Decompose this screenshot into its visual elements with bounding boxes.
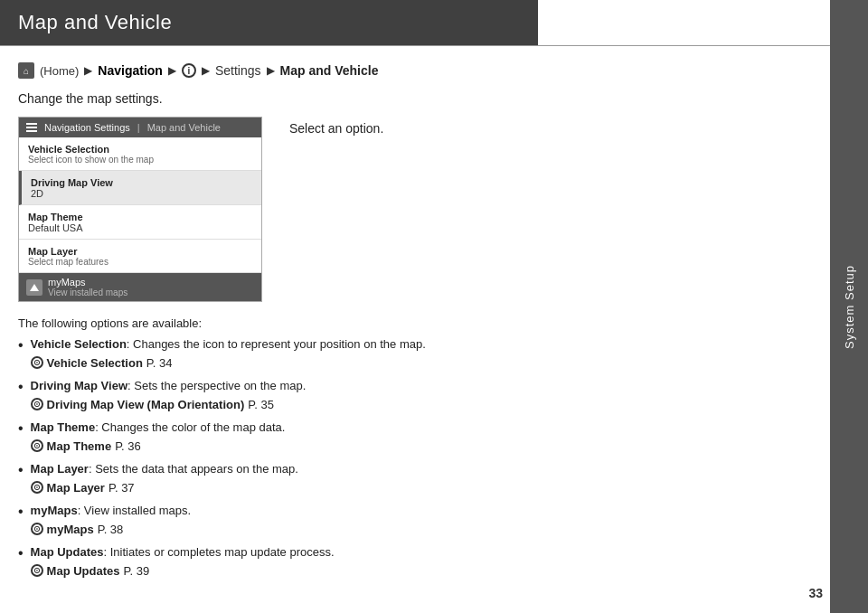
options-intro: The following options are available: — [18, 316, 814, 330]
bullet-item-map-layer: • Map Layer: Sets the data that appears … — [18, 460, 814, 496]
description-text: Change the map settings. — [18, 91, 814, 106]
ref-6: ⊙ Map Updates P. 39 — [31, 562, 814, 580]
desc-6: : Initiates or completes map update proc… — [104, 545, 335, 559]
desc-2: : Sets the perspective on the map. — [127, 379, 306, 392]
ref-text-5: myMaps — [47, 521, 94, 539]
ref-4: ⊙ Map Layer P. 37 — [31, 479, 814, 497]
ref-2: ⊙ Driving Map View (Map Orientation) P. … — [31, 396, 814, 414]
bullet-dot-6: • — [18, 544, 24, 561]
menu-item-3-title: Map Theme — [28, 212, 252, 222]
bullet-content-2: Driving Map View: Sets the perspective o… — [31, 377, 814, 413]
home-icon: ⌂ — [18, 62, 34, 79]
ref-5: ⊙ myMaps P. 38 — [31, 521, 814, 539]
ref-page-1: P. 34 — [146, 354, 173, 373]
bullet-content-6: Map Updates: Initiates or completes map … — [31, 543, 814, 580]
bullet-dot-1: • — [18, 336, 24, 354]
ref-icon-2: ⊙ — [31, 398, 43, 410]
ref-text-6: Map Updates — [47, 562, 120, 580]
breadcrumb-arrow-1: ▶ — [84, 64, 92, 77]
menu-item-1-title: Vehicle Selection — [28, 144, 252, 155]
select-option-text: Select an option. — [289, 117, 383, 136]
sidebar: System Setup — [830, 0, 868, 613]
nav-tab-inactive: Map and Vehicle — [147, 122, 221, 133]
menu-item-map-layer[interactable]: Map Layer Select map features — [19, 240, 261, 273]
breadcrumb-arrow-4: ▶ — [267, 64, 275, 77]
menu-item-1-sub: Select icon to show on the map — [28, 155, 252, 165]
ref-text-4: Map Layer — [47, 479, 105, 497]
nav-tab-active: Navigation Settings — [44, 122, 130, 133]
bullet-item-map-updates: • Map Updates: Initiates or completes ma… — [18, 543, 814, 580]
info-icon: i — [182, 63, 196, 78]
bullet-dot-2: • — [18, 378, 24, 395]
term-6: Map Updates — [31, 545, 104, 559]
term-1: Vehicle Selection — [31, 337, 127, 351]
menu-item-map-theme[interactable]: Map Theme Default USA — [19, 205, 261, 240]
ref-icon-3: ⊙ — [31, 439, 43, 452]
mymaps-icon — [26, 279, 42, 296]
desc-1: : Changes the icon to represent your pos… — [127, 337, 426, 351]
menu-item-2-value: 2D — [31, 188, 252, 199]
mymaps-title: myMaps — [48, 277, 127, 288]
bullet-item-vehicle-selection: • Vehicle Selection: Changes the icon to… — [18, 335, 814, 372]
nav-menu-title-bar: Navigation Settings | Map and Vehicle — [19, 118, 261, 137]
term-3: Map Theme — [31, 420, 96, 434]
term-5: myMaps — [31, 504, 78, 517]
ref-page-5: P. 38 — [98, 521, 124, 539]
menu-item-4-title: Map Layer — [28, 246, 252, 257]
page-number: 33 — [808, 586, 823, 600]
menu-icon — [26, 123, 37, 132]
ref-page-2: P. 35 — [248, 396, 274, 414]
ref-3: ⊙ Map Theme P. 36 — [31, 438, 814, 456]
bullet-dot-5: • — [18, 503, 24, 520]
ref-icon-1: ⊙ — [31, 356, 43, 369]
bullet-content-3: Map Theme: Changes the color of the map … — [31, 419, 814, 455]
term-4: Map Layer — [31, 462, 89, 476]
breadcrumb-settings: Settings — [215, 63, 261, 78]
desc-4: : Sets the data that appears on the map. — [89, 462, 298, 476]
bullet-dot-4: • — [18, 461, 24, 478]
breadcrumb: ⌂ (Home) ▶ Navigation ▶ i ▶ Settings ▶ M… — [18, 62, 814, 79]
bullet-item-driving-map-view: • Driving Map View: Sets the perspective… — [18, 377, 814, 413]
ref-text-3: Map Theme — [47, 438, 112, 456]
mymaps-labels: myMaps View installed maps — [48, 277, 127, 297]
term-2: Driving Map View — [31, 379, 127, 392]
main-content: ⌂ (Home) ▶ Navigation ▶ i ▶ Settings ▶ M… — [0, 46, 832, 603]
ref-page-3: P. 36 — [115, 438, 141, 456]
menu-item-vehicle-selection[interactable]: Vehicle Selection Select icon to show on… — [19, 137, 261, 171]
desc-3: : Changes the color of the map data. — [95, 420, 285, 434]
nav-menu-screenshot: Navigation Settings | Map and Vehicle Ve… — [18, 117, 262, 302]
breadcrumb-navigation: Navigation — [98, 63, 163, 78]
page-header: Map and Vehicle — [0, 0, 538, 45]
bullet-item-mymaps: • myMaps: View installed maps. ⊙ myMaps … — [18, 502, 814, 538]
mymaps-sub: View installed maps — [48, 288, 127, 297]
bullet-content-5: myMaps: View installed maps. ⊙ myMaps P.… — [31, 502, 814, 538]
ref-1: ⊙ Vehicle Selection P. 34 — [31, 354, 814, 373]
content-row: Navigation Settings | Map and Vehicle Ve… — [18, 117, 814, 302]
breadcrumb-arrow-3: ▶ — [202, 64, 210, 77]
nav-menu-bottom[interactable]: myMaps View installed maps — [19, 273, 261, 301]
header-title: Map and Vehicle — [18, 11, 172, 33]
bullet-content-1: Vehicle Selection: Changes the icon to r… — [31, 335, 814, 372]
breadcrumb-home-text: (Home) — [40, 64, 79, 78]
ref-icon-4: ⊙ — [31, 481, 43, 494]
ref-page-6: P. 39 — [124, 562, 150, 580]
desc-5: : View installed maps. — [78, 504, 192, 517]
menu-item-driving-map-view[interactable]: Driving Map View 2D — [19, 171, 261, 205]
ref-text-2: Driving Map View (Map Orientation) — [47, 396, 245, 414]
bullet-item-map-theme: • Map Theme: Changes the color of the ma… — [18, 419, 814, 455]
ref-icon-5: ⊙ — [31, 523, 43, 535]
sidebar-label: System Setup — [843, 265, 856, 349]
ref-text-1: Vehicle Selection — [47, 354, 143, 373]
bullet-content-4: Map Layer: Sets the data that appears on… — [31, 460, 814, 496]
ref-icon-6: ⊙ — [31, 564, 43, 577]
options-list: • Vehicle Selection: Changes the icon to… — [18, 335, 814, 580]
bullet-dot-3: • — [18, 420, 24, 437]
breadcrumb-final: Map and Vehicle — [280, 63, 379, 78]
ref-page-4: P. 37 — [108, 479, 135, 497]
menu-item-4-sub: Select map features — [28, 257, 252, 267]
breadcrumb-arrow-2: ▶ — [168, 64, 176, 77]
menu-item-2-title: Driving Map View — [31, 177, 252, 188]
menu-item-3-value: Default USA — [28, 222, 252, 233]
